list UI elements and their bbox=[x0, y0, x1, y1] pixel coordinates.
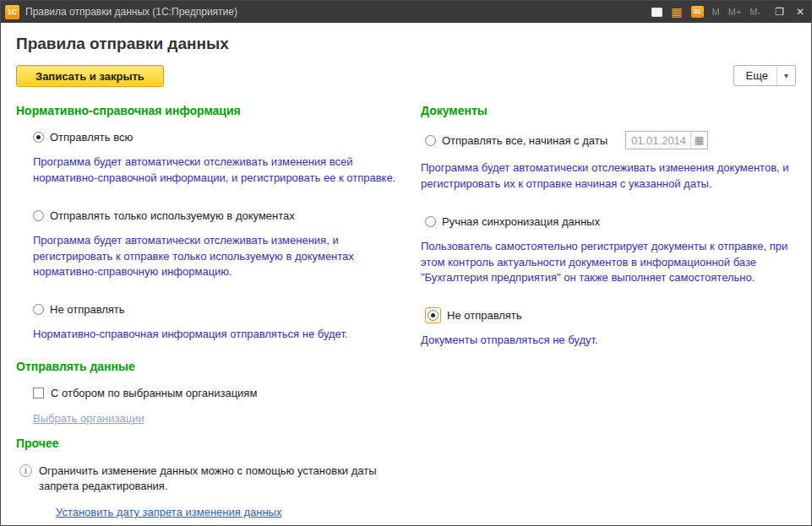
chevron-down-icon: ▾ bbox=[777, 66, 795, 85]
titlebar-service-icons: ▦ 31 M M+ M- bbox=[651, 6, 760, 18]
calc-memory-button[interactable]: M bbox=[712, 8, 720, 17]
hint-docs-do-not-send: Документы отправляться не будут. bbox=[421, 333, 796, 349]
select-organizations-link[interactable]: Выбрать организации bbox=[33, 412, 144, 425]
radio-nsi-send-used-only[interactable]: Отправлять только используемую в докумен… bbox=[33, 209, 399, 222]
radio-icon bbox=[33, 210, 44, 221]
section-header-other: Прочее bbox=[16, 437, 399, 450]
save-and-close-button[interactable]: Записать и закрыть bbox=[16, 65, 164, 87]
more-button[interactable]: Еще ▾ bbox=[733, 65, 796, 86]
titlebar: 1С Правила отправки данных (1С:Предприят… bbox=[1, 1, 811, 23]
radio-icon bbox=[425, 135, 436, 146]
calc-memory-minus-button[interactable]: M- bbox=[749, 8, 760, 17]
calc-memory-plus-button[interactable]: M+ bbox=[728, 8, 742, 17]
maximize-button[interactable]: ❐ bbox=[775, 6, 784, 18]
radio-icon bbox=[425, 216, 436, 227]
form-content: Правила отправки данных Записать и закры… bbox=[1, 23, 811, 525]
show-functions-icon[interactable]: ▦ bbox=[671, 6, 682, 18]
section-header-send-data: Отправлять данные bbox=[16, 360, 399, 373]
radio-icon bbox=[33, 132, 44, 143]
checkbox-icon bbox=[33, 388, 44, 399]
hint-docs-send-from-date: Программа будет автоматически отслеживат… bbox=[421, 160, 796, 193]
close-button[interactable]: ✕ bbox=[796, 6, 804, 18]
start-date-field[interactable]: 01.01.2014 ▦ bbox=[625, 131, 708, 149]
more-button-label: Еще bbox=[746, 69, 768, 82]
radio-docs-manual-sync[interactable]: Ручная синхронизация данных bbox=[425, 215, 796, 228]
calendar-picker-icon[interactable]: ▦ bbox=[690, 132, 707, 149]
section-header-nsi: Нормативно-справочная информация bbox=[16, 104, 399, 117]
set-edit-lock-date-link[interactable]: Установить дату запрета изменения данных bbox=[56, 506, 281, 518]
radio-label: Ручная синхронизация данных bbox=[442, 215, 600, 228]
hint-nsi-do-not-send: Нормативно-справочная информация отправл… bbox=[33, 327, 399, 343]
checkbox-label: С отбором по выбранным организациям bbox=[51, 387, 257, 399]
left-column: Нормативно-справочная информация Отправл… bbox=[16, 100, 399, 518]
radio-nsi-send-all[interactable]: Отправлять всю bbox=[33, 131, 399, 144]
radio-label: Отправлять только используемую в докумен… bbox=[50, 209, 295, 222]
radio-docs-send-from-date[interactable]: Отправлять все, начиная с даты 01.01.201… bbox=[425, 131, 796, 149]
window-title: Правила отправки данных (1С:Предприятие) bbox=[25, 6, 646, 18]
hint-docs-manual-sync: Пользователь самостоятельно регистрирует… bbox=[421, 239, 796, 287]
radio-label: Отправлять всю bbox=[50, 131, 133, 144]
info-row: i Ограничить изменение данных можно с по… bbox=[19, 464, 399, 494]
radio-label: Отправлять все, начиная с даты bbox=[442, 134, 608, 147]
section-header-documents: Документы bbox=[421, 104, 796, 117]
start-date-value[interactable]: 01.01.2014 bbox=[626, 134, 690, 147]
checkbox-filter-by-organizations[interactable]: С отбором по выбранным организациям bbox=[33, 387, 399, 399]
radio-icon bbox=[428, 310, 439, 321]
radio-label: Не отправлять bbox=[447, 309, 522, 322]
hint-nsi-send-all: Программа будет автоматически отслеживат… bbox=[33, 155, 399, 187]
hint-nsi-send-used-only: Программа будет автоматически отслеживат… bbox=[33, 233, 399, 281]
info-icon: i bbox=[19, 464, 32, 477]
form-toolbar: Записать и закрыть Еще ▾ bbox=[16, 65, 796, 87]
radio-icon bbox=[33, 304, 44, 315]
1c-logo-icon[interactable]: 1С bbox=[5, 5, 19, 19]
service-window-icon[interactable] bbox=[651, 8, 662, 17]
radio-docs-do-not-send[interactable]: Не отправлять bbox=[425, 309, 796, 322]
calendar-icon[interactable]: 31 bbox=[691, 6, 704, 18]
info-text: Ограничить изменение данных можно с помо… bbox=[39, 464, 399, 494]
radio-nsi-do-not-send[interactable]: Не отправлять bbox=[33, 303, 399, 316]
window-controls: ❐ ✕ bbox=[775, 6, 804, 18]
right-column: Документы Отправлять все, начиная с даты… bbox=[421, 100, 796, 518]
focus-ring bbox=[425, 307, 441, 323]
app-window: 1С Правила отправки данных (1С:Предприят… bbox=[0, 0, 812, 526]
form-columns: Нормативно-справочная информация Отправл… bbox=[16, 100, 796, 518]
page-title: Правила отправки данных bbox=[16, 35, 796, 53]
radio-label: Не отправлять bbox=[50, 303, 125, 316]
